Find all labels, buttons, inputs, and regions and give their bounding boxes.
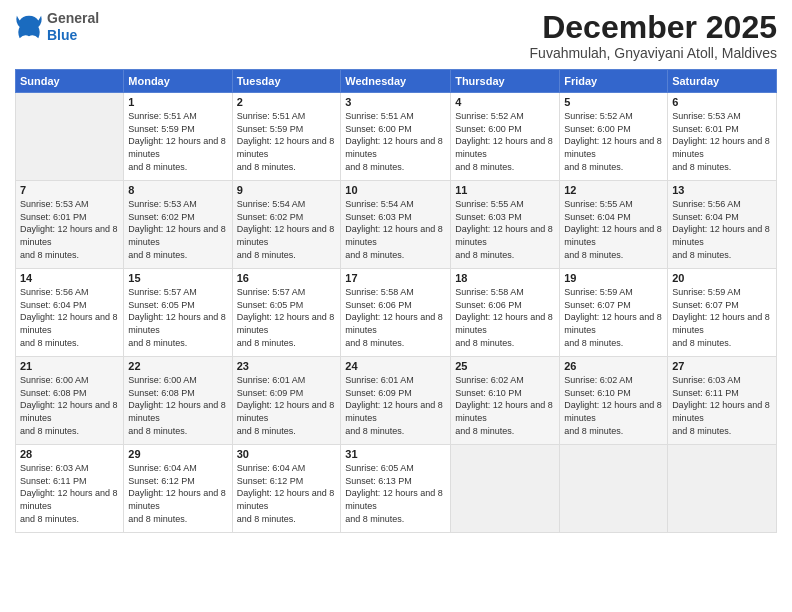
sunrise-time: 5:55 AM — [600, 199, 633, 209]
day-number: 21 — [20, 360, 119, 372]
sunset-time: 6:02 PM — [161, 212, 195, 222]
day-number: 17 — [345, 272, 446, 284]
sunset-label: Sunset: — [564, 388, 597, 398]
daylight-continued: and 8 minutes. — [455, 162, 514, 172]
day-number: 2 — [237, 96, 337, 108]
sunrise-label: Sunrise: — [237, 111, 273, 121]
day-info: Sunrise: 6:01 AMSunset: 6:09 PMDaylight:… — [237, 374, 337, 437]
daylight-label: Daylight: 12 hours and 8 minutes — [564, 136, 662, 159]
day-number: 5 — [564, 96, 663, 108]
sunrise-time: 5:53 AM — [56, 199, 89, 209]
day-number: 13 — [672, 184, 772, 196]
logo-text: General Blue — [47, 10, 99, 44]
col-thursday: Thursday — [451, 70, 560, 93]
sunset-label: Sunset: — [672, 388, 705, 398]
day-cell-30: 30Sunrise: 6:04 AMSunset: 6:12 PMDayligh… — [232, 445, 341, 533]
daylight-label: Daylight: 12 hours and 8 minutes — [128, 136, 226, 159]
day-cell-1: 1Sunrise: 5:51 AMSunset: 5:59 PMDaylight… — [124, 93, 232, 181]
sunset-time: 6:07 PM — [705, 300, 739, 310]
sunrise-time: 5:56 AM — [56, 287, 89, 297]
sunset-label: Sunset: — [237, 124, 270, 134]
daylight-label: Daylight: 12 hours and 8 minutes — [345, 400, 443, 423]
daylight-continued: and 8 minutes. — [237, 338, 296, 348]
header-row: Sunday Monday Tuesday Wednesday Thursday… — [16, 70, 777, 93]
page: General Blue December 2025 Fuvahmulah, G… — [0, 0, 792, 612]
daylight-label: Daylight: 12 hours and 8 minutes — [345, 224, 443, 247]
empty-cell — [668, 445, 777, 533]
day-number: 28 — [20, 448, 119, 460]
day-info: Sunrise: 5:52 AMSunset: 6:00 PMDaylight:… — [455, 110, 555, 173]
sunrise-label: Sunrise: — [237, 375, 273, 385]
sunset-time: 6:03 PM — [488, 212, 522, 222]
day-cell-12: 12Sunrise: 5:55 AMSunset: 6:04 PMDayligh… — [560, 181, 668, 269]
day-number: 1 — [128, 96, 227, 108]
day-cell-5: 5Sunrise: 5:52 AMSunset: 6:00 PMDaylight… — [560, 93, 668, 181]
sunrise-time: 5:58 AM — [491, 287, 524, 297]
sunrise-time: 6:01 AM — [272, 375, 305, 385]
sunset-label: Sunset: — [564, 212, 597, 222]
day-cell-26: 26Sunrise: 6:02 AMSunset: 6:10 PMDayligh… — [560, 357, 668, 445]
header: General Blue December 2025 Fuvahmulah, G… — [15, 10, 777, 61]
daylight-continued: and 8 minutes. — [672, 338, 731, 348]
day-info: Sunrise: 5:55 AMSunset: 6:03 PMDaylight:… — [455, 198, 555, 261]
sunrise-time: 5:56 AM — [708, 199, 741, 209]
sunrise-time: 6:02 AM — [491, 375, 524, 385]
day-info: Sunrise: 5:53 AMSunset: 6:01 PMDaylight:… — [672, 110, 772, 173]
sunset-time: 6:05 PM — [161, 300, 195, 310]
sunrise-label: Sunrise: — [237, 199, 273, 209]
logo-general: General — [47, 10, 99, 27]
daylight-continued: and 8 minutes. — [345, 162, 404, 172]
sunrise-label: Sunrise: — [237, 463, 273, 473]
daylight-label: Daylight: 12 hours and 8 minutes — [237, 224, 335, 247]
sunrise-time: 6:03 AM — [56, 463, 89, 473]
sunset-label: Sunset: — [455, 300, 488, 310]
day-number: 29 — [128, 448, 227, 460]
daylight-continued: and 8 minutes. — [564, 338, 623, 348]
sunset-time: 6:00 PM — [378, 124, 412, 134]
location-subtitle: Fuvahmulah, Gnyaviyani Atoll, Maldives — [530, 45, 777, 61]
sunset-time: 6:09 PM — [270, 388, 304, 398]
daylight-label: Daylight: 12 hours and 8 minutes — [564, 224, 662, 247]
sunset-label: Sunset: — [128, 476, 161, 486]
sunrise-label: Sunrise: — [345, 375, 381, 385]
sunrise-label: Sunrise: — [564, 199, 600, 209]
day-number: 24 — [345, 360, 446, 372]
sunset-label: Sunset: — [345, 388, 378, 398]
daylight-label: Daylight: 12 hours and 8 minutes — [237, 400, 335, 423]
day-number: 11 — [455, 184, 555, 196]
sunset-time: 6:09 PM — [378, 388, 412, 398]
sunset-label: Sunset: — [237, 300, 270, 310]
sunset-label: Sunset: — [672, 212, 705, 222]
daylight-continued: and 8 minutes. — [128, 162, 187, 172]
sunrise-time: 5:58 AM — [381, 287, 414, 297]
sunrise-time: 6:00 AM — [164, 375, 197, 385]
daylight-label: Daylight: 12 hours and 8 minutes — [128, 400, 226, 423]
col-sunday: Sunday — [16, 70, 124, 93]
sunrise-time: 5:52 AM — [600, 111, 633, 121]
week-row-1: 7Sunrise: 5:53 AMSunset: 6:01 PMDaylight… — [16, 181, 777, 269]
sunset-label: Sunset: — [128, 300, 161, 310]
daylight-label: Daylight: 12 hours and 8 minutes — [455, 224, 553, 247]
sunset-label: Sunset: — [237, 388, 270, 398]
daylight-label: Daylight: 12 hours and 8 minutes — [564, 312, 662, 335]
sunrise-label: Sunrise: — [455, 375, 491, 385]
day-info: Sunrise: 5:57 AMSunset: 6:05 PMDaylight:… — [237, 286, 337, 349]
daylight-continued: and 8 minutes. — [345, 426, 404, 436]
day-info: Sunrise: 5:54 AMSunset: 6:02 PMDaylight:… — [237, 198, 337, 261]
sunset-time: 6:08 PM — [53, 388, 87, 398]
sunrise-time: 5:59 AM — [708, 287, 741, 297]
daylight-continued: and 8 minutes. — [20, 338, 79, 348]
sunset-time: 6:12 PM — [270, 476, 304, 486]
logo-blue: Blue — [47, 27, 99, 44]
sunrise-label: Sunrise: — [128, 199, 164, 209]
calendar-body: 1Sunrise: 5:51 AMSunset: 5:59 PMDaylight… — [16, 93, 777, 533]
daylight-label: Daylight: 12 hours and 8 minutes — [564, 400, 662, 423]
daylight-continued: and 8 minutes. — [564, 250, 623, 260]
daylight-continued: and 8 minutes. — [672, 162, 731, 172]
day-cell-20: 20Sunrise: 5:59 AMSunset: 6:07 PMDayligh… — [668, 269, 777, 357]
daylight-label: Daylight: 12 hours and 8 minutes — [128, 312, 226, 335]
sunset-label: Sunset: — [128, 212, 161, 222]
daylight-continued: and 8 minutes. — [672, 250, 731, 260]
week-row-3: 21Sunrise: 6:00 AMSunset: 6:08 PMDayligh… — [16, 357, 777, 445]
sunrise-label: Sunrise: — [345, 199, 381, 209]
